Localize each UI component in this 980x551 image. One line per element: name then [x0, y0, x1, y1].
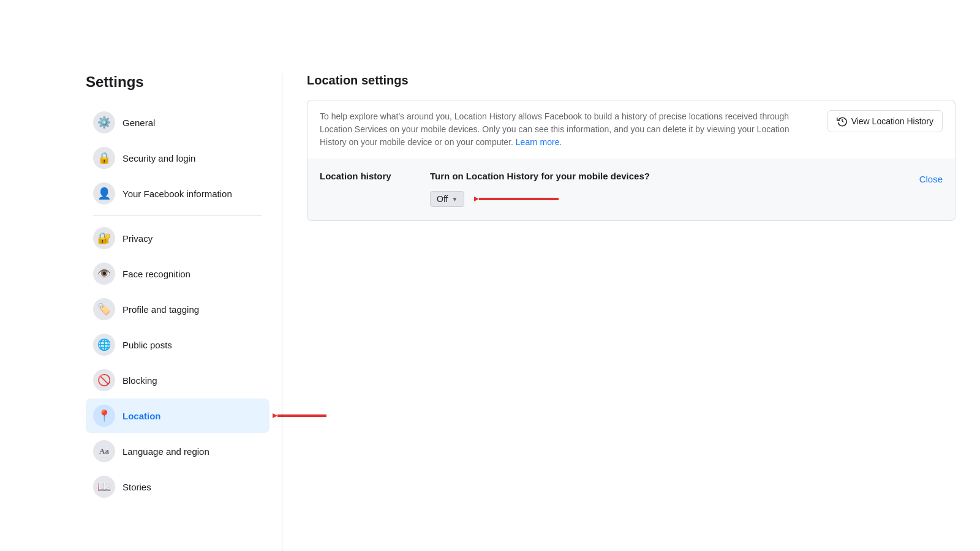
sidebar-item-blocking[interactable]: 🚫 Blocking [86, 363, 270, 397]
sidebar-item-label: Your Facebook information [123, 189, 232, 199]
privacy-icon: 🔐 [93, 227, 115, 249]
history-icon [837, 116, 848, 127]
dropdown-row: Off ▼ [430, 190, 943, 208]
sidebar-item-profile-tagging[interactable]: 🏷️ Profile and tagging [86, 292, 270, 326]
sidebar-item-label: Public posts [123, 340, 172, 350]
sidebar-item-label: Location [123, 411, 161, 421]
sidebar-item-label: General [123, 118, 155, 128]
sidebar-item-label: Privacy [123, 233, 153, 244]
user-icon: 👤 [93, 182, 115, 204]
location-info-box: To help explore what's around you, Locat… [307, 100, 956, 159]
chevron-down-icon: ▼ [451, 196, 458, 203]
sidebar-item-general[interactable]: ⚙️ General [86, 105, 270, 140]
sidebar-item-label: Security and login [123, 153, 195, 163]
globe-icon: 🌐 [93, 334, 115, 356]
close-button[interactable]: Close [919, 174, 943, 184]
location-history-label: Location history [320, 171, 418, 181]
location-pin-icon: 📍 [93, 405, 115, 427]
main-content: Location settings To help explore what's… [282, 73, 980, 551]
block-icon: 🚫 [93, 369, 115, 391]
face-icon: 👁️ [93, 263, 115, 285]
sidebar-item-privacy[interactable]: 🔐 Privacy [86, 221, 270, 255]
sidebar-item-label: Language and region [123, 446, 209, 457]
sidebar: Settings ⚙️ General 🔒 Security and login… [0, 73, 282, 551]
sidebar-nav: ⚙️ General 🔒 Security and login 👤 Your F… [86, 105, 270, 504]
location-history-question: Turn on Location History for your mobile… [430, 171, 650, 181]
location-history-row: Location history Turn on Location Histor… [307, 159, 955, 220]
dropdown-arrow-annotation [474, 190, 560, 208]
location-history-top-row: Turn on Location History for your mobile… [430, 171, 943, 187]
sidebar-item-label: Stories [123, 482, 151, 492]
sidebar-item-security[interactable]: 🔒 Security and login [86, 141, 270, 175]
tag-icon: 🏷️ [93, 298, 115, 320]
location-history-dropdown[interactable]: Off ▼ [430, 191, 464, 207]
gear-icon: ⚙️ [93, 111, 115, 133]
stories-icon: 📖 [93, 476, 115, 498]
lock-icon: 🔒 [93, 147, 115, 169]
view-location-history-button[interactable]: View Location History [827, 110, 943, 132]
sidebar-divider [93, 216, 262, 216]
sidebar-item-label: Blocking [123, 375, 157, 386]
sidebar-item-public-posts[interactable]: 🌐 Public posts [86, 328, 270, 362]
location-history-content: Turn on Location History for your mobile… [430, 171, 943, 208]
language-icon: Aa [93, 440, 115, 462]
location-description: To help explore what's around you, Locat… [320, 110, 815, 149]
sidebar-item-location[interactable]: 📍 Location [86, 399, 270, 433]
page-title: Location settings [307, 73, 956, 88]
sidebar-item-facebook-info[interactable]: 👤 Your Facebook information [86, 176, 270, 211]
location-arrow-annotation [273, 407, 328, 425]
sidebar-item-label: Face recognition [123, 269, 190, 279]
location-history-section: Location history Turn on Location Histor… [307, 159, 956, 221]
sidebar-item-language[interactable]: Aa Language and region [86, 434, 270, 468]
sidebar-title: Settings [86, 73, 270, 91]
sidebar-item-stories[interactable]: 📖 Stories [86, 470, 270, 504]
sidebar-item-face-recognition[interactable]: 👁️ Face recognition [86, 257, 270, 291]
sidebar-item-label: Profile and tagging [123, 304, 199, 315]
learn-more-link[interactable]: Learn more. [516, 137, 562, 147]
